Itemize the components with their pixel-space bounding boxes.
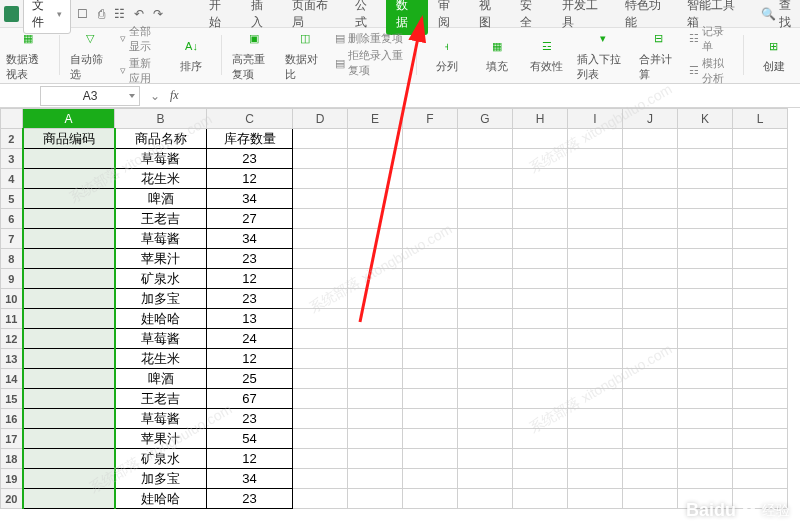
cell[interactable] (568, 269, 623, 289)
cell[interactable] (348, 389, 403, 409)
cell[interactable] (403, 409, 458, 429)
cell[interactable] (513, 149, 568, 169)
cell-C19[interactable]: 34 (207, 469, 293, 489)
cell[interactable] (348, 249, 403, 269)
cell[interactable] (623, 169, 678, 189)
pivot-table-button[interactable]: ▦ 数据透视表 (6, 28, 49, 82)
cell[interactable] (623, 269, 678, 289)
row-header-10[interactable]: 10 (1, 289, 23, 309)
sim-analysis-button[interactable]: ☶模拟分析 (689, 56, 734, 86)
cell[interactable] (733, 369, 788, 389)
cell-A10[interactable] (23, 289, 115, 309)
cell-B9[interactable]: 矿泉水 (115, 269, 207, 289)
cell[interactable] (513, 289, 568, 309)
row-header-17[interactable]: 17 (1, 429, 23, 449)
cell[interactable] (403, 129, 458, 149)
cell[interactable] (733, 229, 788, 249)
cell[interactable] (678, 389, 733, 409)
cell[interactable] (293, 429, 348, 449)
col-header-G[interactable]: G (458, 109, 513, 129)
cell[interactable] (348, 349, 403, 369)
cell[interactable] (458, 429, 513, 449)
cell[interactable] (348, 149, 403, 169)
cell-C8[interactable]: 23 (207, 249, 293, 269)
row-header-3[interactable]: 3 (1, 149, 23, 169)
cell[interactable] (403, 289, 458, 309)
col-header-B[interactable]: B (115, 109, 207, 129)
cell[interactable] (623, 129, 678, 149)
cell-B18[interactable]: 矿泉水 (115, 449, 207, 469)
cell-A13[interactable] (23, 349, 115, 369)
cell[interactable] (623, 469, 678, 489)
cell[interactable] (348, 309, 403, 329)
cell[interactable] (458, 349, 513, 369)
cell[interactable] (678, 149, 733, 169)
cell[interactable] (348, 449, 403, 469)
cell[interactable] (293, 349, 348, 369)
cell[interactable] (733, 289, 788, 309)
cell[interactable] (568, 149, 623, 169)
cell[interactable] (623, 369, 678, 389)
cell[interactable] (458, 169, 513, 189)
cell[interactable] (568, 289, 623, 309)
cell[interactable] (513, 369, 568, 389)
cell[interactable] (733, 169, 788, 189)
cell[interactable] (733, 189, 788, 209)
cell[interactable] (733, 389, 788, 409)
cell[interactable] (568, 309, 623, 329)
cell[interactable] (678, 129, 733, 149)
col-header-E[interactable]: E (348, 109, 403, 129)
col-header-F[interactable]: F (403, 109, 458, 129)
cell[interactable] (678, 429, 733, 449)
cell[interactable] (623, 429, 678, 449)
row-header-18[interactable]: 18 (1, 449, 23, 469)
cell-B17[interactable]: 苹果汁 (115, 429, 207, 449)
cell-B16[interactable]: 草莓酱 (115, 409, 207, 429)
row-header-14[interactable]: 14 (1, 369, 23, 389)
cell[interactable] (458, 369, 513, 389)
cell[interactable] (348, 369, 403, 389)
cell[interactable] (348, 169, 403, 189)
cell[interactable] (678, 369, 733, 389)
cell[interactable] (623, 389, 678, 409)
preview-icon[interactable]: ☷ (113, 6, 128, 22)
cell[interactable] (403, 249, 458, 269)
row-header-5[interactable]: 5 (1, 189, 23, 209)
cell-A2[interactable]: 商品编码 (23, 129, 115, 149)
cell[interactable] (458, 149, 513, 169)
cell[interactable] (403, 489, 458, 509)
sort-button[interactable]: A↓ 排序 (171, 35, 211, 74)
cell[interactable] (458, 229, 513, 249)
reject-dup-button[interactable]: ▤拒绝录入重复项 (335, 48, 406, 78)
cell[interactable] (403, 329, 458, 349)
col-header-D[interactable]: D (293, 109, 348, 129)
undo-icon[interactable]: ↶ (131, 6, 146, 22)
cell[interactable] (348, 289, 403, 309)
cell[interactable] (678, 209, 733, 229)
cell-A12[interactable] (23, 329, 115, 349)
cell-C11[interactable]: 13 (207, 309, 293, 329)
cell[interactable] (568, 469, 623, 489)
cell[interactable] (293, 369, 348, 389)
cell[interactable] (293, 289, 348, 309)
spreadsheet-grid[interactable]: ABCDEFGHIJKL2商品编码商品名称库存数量3草莓酱234花生米125啤酒… (0, 108, 800, 529)
cell-B10[interactable]: 加多宝 (115, 289, 207, 309)
cell-C6[interactable]: 27 (207, 209, 293, 229)
cell[interactable] (568, 189, 623, 209)
cell[interactable] (678, 469, 733, 489)
cell[interactable] (513, 329, 568, 349)
cell[interactable] (568, 489, 623, 509)
show-all-button[interactable]: ▿全部显示 (120, 24, 162, 54)
cell[interactable] (348, 209, 403, 229)
cell[interactable] (458, 469, 513, 489)
cell-A19[interactable] (23, 469, 115, 489)
cell[interactable] (458, 409, 513, 429)
cell[interactable] (623, 449, 678, 469)
cell[interactable] (293, 309, 348, 329)
cell[interactable] (403, 209, 458, 229)
cell[interactable] (293, 169, 348, 189)
cell[interactable] (568, 329, 623, 349)
cell[interactable] (568, 349, 623, 369)
cell[interactable] (458, 329, 513, 349)
cell[interactable] (513, 169, 568, 189)
